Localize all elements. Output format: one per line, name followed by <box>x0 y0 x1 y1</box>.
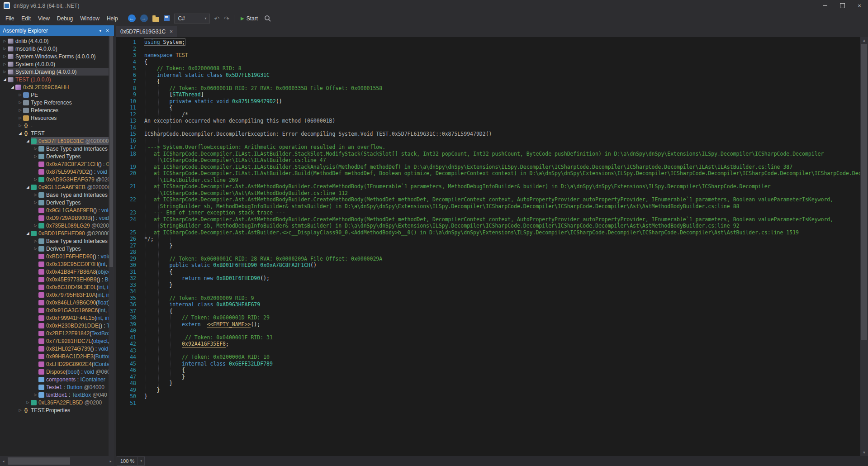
tree-item[interactable]: 0xLHD29G8902E4(IContainer) <box>0 360 109 368</box>
tree-item[interactable]: 0x875L599479D2() : void @0600001B <box>0 168 109 176</box>
code-line[interactable]: \ICSharpCode.Decompiler\ILAst\ILAstBuild… <box>116 157 860 164</box>
expand-icon[interactable]: ▷ <box>33 200 38 204</box>
code-line[interactable]: 40 <box>116 328 860 334</box>
tree-vertical-scrollbar[interactable] <box>109 36 114 456</box>
menu-window[interactable]: Window <box>76 14 103 24</box>
panel-close-button[interactable]: × <box>104 28 111 34</box>
scroll-right-icon[interactable]: ▸ <box>107 459 114 463</box>
zoom-chevron-down-icon[interactable]: ▾ <box>138 457 144 465</box>
tree-item[interactable]: Dispose(bool) : void @06000019 <box>0 368 109 376</box>
tree-item[interactable]: 0x77E9281HDC7L(object, EventArgs) <box>0 337 109 345</box>
expand-icon[interactable]: ▷ <box>17 100 23 105</box>
code-line[interactable]: 48 } <box>116 380 860 387</box>
tree-item[interactable]: 0xBD01F6FHED90() : void <box>0 252 109 260</box>
code-line[interactable]: 25 at ICSharpCode.Decompiler.Ast.AstBuil… <box>116 229 860 236</box>
undo-button[interactable]: ↶ <box>214 15 220 22</box>
code-line[interactable]: 3namespace TEST <box>116 52 860 59</box>
code-line[interactable]: 23 --- End of inner exception stack trac… <box>116 209 860 216</box>
code-line[interactable]: 16 <box>116 138 860 144</box>
code-line[interactable]: StringBuilder sb, MethodDebugInfoBuilder… <box>116 223 860 229</box>
expand-icon[interactable]: ▷ <box>33 393 38 397</box>
expand-icon[interactable]: ▷ <box>33 177 38 181</box>
tree-horizontal-scrollbar[interactable]: ◂ ▸ <box>0 456 114 466</box>
code-line[interactable]: 32 return new 0xBD01F6FHED90(); <box>116 275 860 282</box>
collapse-icon[interactable]: ◢ <box>9 85 15 89</box>
code-line[interactable]: 26*/; <box>116 236 860 243</box>
editor-scrollbar-thumb[interactable] <box>861 44 867 340</box>
collapse-icon[interactable]: ◢ <box>25 139 31 143</box>
code-line[interactable]: 46 { <box>116 367 860 374</box>
tree-item[interactable]: ◢0x5L2E069C6AHH <box>0 83 109 91</box>
tree-item[interactable]: ▷Type References <box>0 99 109 106</box>
tree-item[interactable]: ◢0x5D7FL619G31C @02000008 <box>0 137 109 145</box>
search-button[interactable] <box>264 15 271 22</box>
code-line[interactable]: 10 private static void 0x875L599479D2() <box>116 98 860 105</box>
expand-icon[interactable]: ▷ <box>17 116 23 120</box>
code-line[interactable]: 19 at ICSharpCode.Decompiler.ILAst.ILAst… <box>116 164 860 171</box>
tree-item[interactable]: 0x0x91GA3G1969C6(int, int) <box>0 306 109 314</box>
code-line[interactable]: \ICSharpCode.Decompiler\Ast\AstMethodBod… <box>116 190 860 197</box>
panel-menu-button[interactable]: ▾ <box>97 29 104 33</box>
code-line[interactable]: 44 // Token: 0x0200000A RID: 10 <box>116 354 860 361</box>
code-line[interactable]: 30 public static 0xBD01F6FHED90 0x0xA78C… <box>116 262 860 269</box>
scroll-up-icon[interactable]: ▲ <box>860 37 868 44</box>
code-line[interactable]: 21 at ICSharpCode.Decompiler.Ast.AstMeth… <box>116 183 860 190</box>
open-file-button[interactable] <box>152 15 159 22</box>
navigate-back-button[interactable]: ← <box>128 14 136 22</box>
collapse-icon[interactable]: ◢ <box>25 185 31 189</box>
code-line[interactable]: 9 [STAThread] <box>116 91 860 98</box>
tree-item[interactable]: 0x0x6G10D49L3E0L(int, int) <box>0 283 109 291</box>
code-line[interactable]: 7 { <box>116 78 860 85</box>
tree-item[interactable]: ◢0xBD01F6FHED90 @02000005 <box>0 229 109 237</box>
code-line[interactable]: 13An exception occurred when decompiling… <box>116 118 860 124</box>
code-line[interactable]: StringBuilder sb, MethodDebugInfoBuilder… <box>116 203 860 210</box>
code-line[interactable]: 51 <box>116 400 860 407</box>
tree-item[interactable]: ▷Resources <box>0 114 109 122</box>
collapse-icon[interactable]: ◢ <box>17 131 23 135</box>
tree-item[interactable]: ▷System.Windows.Forms (4.0.0.0) <box>0 52 109 60</box>
start-button[interactable]: ▶ Start <box>239 14 260 23</box>
collapse-icon[interactable]: ◢ <box>2 77 8 81</box>
tree-item[interactable]: 0x0x79795H83F10A(int, int) <box>0 291 109 299</box>
code-line[interactable]: 18 at ICSharpCode.Decompiler.ILAst.ILAst… <box>116 151 860 157</box>
expand-icon[interactable]: ▷ <box>2 54 8 58</box>
tree-item[interactable]: 0x0xF99941F44L15(int, int) <box>0 314 109 322</box>
code-line[interactable]: 22 at ICSharpCode.Decompiler.Ast.AstMeth… <box>116 196 860 203</box>
expand-icon[interactable]: ▷ <box>17 108 23 112</box>
code-line[interactable]: 8 // Token: 0x0600001B RID: 27 RVA: 0x00… <box>116 85 860 92</box>
expand-icon[interactable]: ▷ <box>2 62 8 66</box>
tree-item[interactable]: ▷Base Type and Interfaces <box>0 237 109 245</box>
code-line[interactable]: 42 0x92A41GF35EF8; <box>116 341 860 347</box>
tree-item[interactable]: 0xD9729A9B900B() : void <box>0 214 109 222</box>
expand-icon[interactable]: ▷ <box>17 408 23 412</box>
code-line[interactable]: 38 // Token: 0x0600001D RID: 29 <box>116 314 860 321</box>
code-line[interactable]: 33 } <box>116 282 860 289</box>
code-line[interactable]: 12 /* <box>116 111 860 118</box>
tree-item[interactable]: 0x99HBAC1D2HE3(Button) <box>0 352 109 360</box>
code-line[interactable]: 11 { <box>116 105 860 111</box>
tree-item[interactable]: 0x0x41B84F7B86A8(object, EventArgs) <box>0 268 109 276</box>
code-line[interactable]: 28 <box>116 249 860 256</box>
code-line[interactable]: 41 // Token: 0x0400001F RID: 31 <box>116 334 860 341</box>
tree-item[interactable]: ▷System.Drawing (4.0.0.0) <box>0 68 109 76</box>
code-line[interactable]: 35 // Token: 0x02000009 RID: 9 <box>116 295 860 302</box>
tree-item[interactable]: 0x0x846LLA9B6C90(float) <box>0 299 109 306</box>
scroll-left-icon[interactable]: ◂ <box>0 459 7 463</box>
tree-item[interactable]: ▷mscorlib (4.0.0.0) <box>0 45 109 52</box>
tree-scrollbar-thumb[interactable] <box>109 36 113 267</box>
tree-item[interactable]: Teste1 : Button @04000 <box>0 383 109 391</box>
tab-close-icon[interactable]: × <box>170 29 173 35</box>
tree-item[interactable]: ▷Derived Types <box>0 199 109 206</box>
navigate-forward-button[interactable]: → <box>140 14 148 22</box>
save-all-button[interactable] <box>164 15 170 21</box>
code-line[interactable]: 17 ---> System.OverflowException: Arithm… <box>116 144 860 151</box>
code-area[interactable]: 1using System;23namespace TEST4{5 // Tok… <box>116 37 860 456</box>
expand-icon[interactable]: ▷ <box>33 223 38 228</box>
maximize-button[interactable] <box>834 0 851 11</box>
code-line[interactable]: 20 at ICSharpCode.Decompiler.ILAst.ILAst… <box>116 170 860 177</box>
code-line[interactable]: 37 { <box>116 308 860 315</box>
expand-icon[interactable]: ▷ <box>33 193 38 197</box>
tree-item[interactable]: 0x0xA78C8FA2F1CH() : 0xBD01F6FHED90 <box>0 160 109 168</box>
tree-item[interactable]: ◢{}TEST <box>0 129 109 137</box>
tree-item[interactable]: ▷0xL36FA22FLB5D @0200 <box>0 399 109 406</box>
